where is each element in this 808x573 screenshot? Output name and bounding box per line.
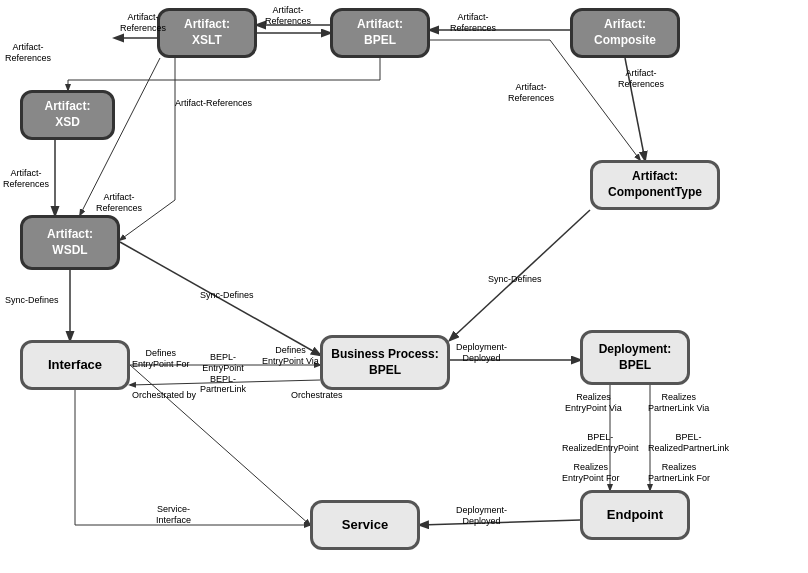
label-art-ref-7: Artifact-References: [96, 192, 142, 214]
node-xsd: Artifact:XSD: [20, 90, 115, 140]
label-art-ref-1: Artifact-References: [5, 42, 51, 64]
node-interface: Interface: [20, 340, 130, 390]
label-bpel-realized-ep: BPEL-RealizedEntryPoint: [562, 432, 639, 454]
label-art-ref-2: Artifact-References: [120, 12, 166, 34]
node-service: Service: [310, 500, 420, 550]
label-sync-2: Sync-Defines: [200, 290, 254, 301]
node-bp_bpel: Business Process:BPEL: [320, 335, 450, 390]
label-realizes-ep-for: RealizesEntryPoint For: [562, 462, 620, 484]
label-sync-3: Sync-Defines: [488, 274, 542, 285]
label-art-ref-8: Artifact-References: [508, 82, 554, 104]
label-orchestrated: Orchestrated by: [132, 390, 196, 401]
label-sync-1: Sync-Defines: [5, 295, 59, 306]
node-wsdl: Artifact:WSDL: [20, 215, 120, 270]
label-art-ref-4: Artifact-References: [450, 12, 496, 34]
label-defines-ep: DefinesEntryPoint For: [132, 348, 190, 370]
node-endpoint: Endpoint: [580, 490, 690, 540]
label-art-ref-6: Artifact-References: [3, 168, 49, 190]
node-bpel_art: Artifact:BPEL: [330, 8, 430, 58]
label-defines-ep-via: DefinesEntryPoint Via: [262, 345, 319, 367]
label-realizes-pl-via: RealizesPartnerLink Via: [648, 392, 709, 414]
label-art-ref-9: Artifact-References: [618, 68, 664, 90]
label-service-interface: Service-Interface: [156, 504, 191, 526]
label-bpel-realized-pl: BPEL-RealizedPartnerLink: [648, 432, 729, 454]
node-deployment_bpel: Deployment:BPEL: [580, 330, 690, 385]
diagram: Artifact:XSLTArtifact:BPELArifact:Compos…: [0, 0, 808, 573]
label-deployment-deployed-2: Deployment-Deployed: [456, 505, 507, 527]
label-art-ref-5: Artifact-References: [175, 98, 252, 109]
label-art-ref-3: Artifact-References: [265, 5, 311, 27]
node-composite: Arifact:Composite: [570, 8, 680, 58]
node-xslt: Artifact:XSLT: [157, 8, 257, 58]
label-orchestrates: Orchestrates: [291, 390, 343, 401]
label-deployment-deployed-1: Deployment-Deployed: [456, 342, 507, 364]
node-component_type: Artifact:ComponentType: [590, 160, 720, 210]
label-bepl-ep: BEPL-EntryPointBEPL-PartnerLink: [200, 352, 246, 395]
svg-line-13: [550, 40, 640, 160]
label-realizes-pl-for: RealizesPartnerLink For: [648, 462, 710, 484]
label-realizes-ep-via: RealizesEntryPoint Via: [565, 392, 622, 414]
